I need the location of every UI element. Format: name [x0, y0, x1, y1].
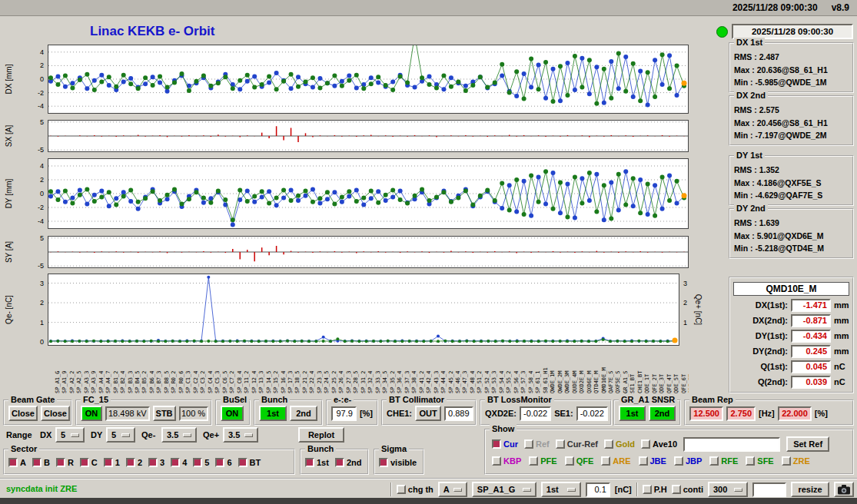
busel-on-button[interactable]: ON [221, 406, 244, 421]
beam-gate-close-1-button[interactable]: Close [8, 406, 38, 421]
sector-checkbox-bt[interactable] [238, 458, 247, 467]
sigma-label-visible: visible [390, 458, 417, 467]
range-qe-plus-select[interactable]: 3.5 [223, 427, 258, 443]
bpm-select-value: SP_A1_G [477, 485, 516, 494]
qmd-dx1-value: -1.471 [791, 299, 831, 312]
beam-rep-hz-unit: [Hz] [759, 409, 775, 418]
x-axis-label: SP_28_5 [353, 370, 359, 393]
bpm-select[interactable]: SP_A1_G [472, 482, 536, 497]
qmd-row: Q(2nd): 0.039 nC [733, 374, 849, 390]
show-checkbox-jbe[interactable] [639, 456, 648, 466]
show-item-jbe: JBE [639, 456, 666, 466]
conti-checkbox[interactable] [672, 485, 681, 494]
show-item-cur: Cur [492, 439, 518, 449]
range-qe-minus-select[interactable]: 3.5 [161, 427, 197, 443]
bunch-select[interactable]: 1st [541, 482, 581, 497]
bunch-1st-button[interactable]: 1st [259, 406, 287, 421]
sector-item-6: 6 [215, 458, 231, 467]
bunch-filter-checkbox-2nd[interactable] [335, 458, 344, 467]
x-axis-label: SP_41_2 [419, 370, 425, 393]
show-checkbox-qfe[interactable] [565, 456, 574, 466]
dy-1st-stats-title: DY 1st [734, 151, 765, 161]
x-axis-label: QMD10E_M [601, 367, 607, 393]
sector-checkbox-5[interactable] [193, 458, 202, 467]
resize-button[interactable]: resize [791, 482, 829, 497]
fc15-on-button[interactable]: ON [81, 406, 102, 421]
threshold-input[interactable]: 0.1 [586, 482, 610, 497]
x-axis-label: CHE1_BT [637, 370, 643, 393]
menu-glyph [523, 488, 531, 492]
stat-rms: RMS : 1.639 [734, 217, 849, 229]
show-item-qfe: QFE [565, 456, 594, 466]
x-axis-label: QWDE_2M [557, 370, 563, 393]
ref-name-input[interactable] [683, 437, 780, 452]
show-checkbox-zre[interactable] [782, 456, 791, 466]
show-label-are: ARE [613, 456, 630, 466]
conti-item: conti [672, 485, 703, 494]
bunch-filter-items: 1st2nd [305, 458, 361, 467]
sector-checkbox-a[interactable] [8, 458, 18, 467]
sector-checkbox-b[interactable] [32, 458, 42, 467]
beam-gate-close-2-button[interactable]: Close [41, 406, 70, 421]
chg-th-checkbox[interactable] [397, 485, 406, 494]
sector-checkbox-c[interactable] [80, 458, 89, 467]
show-checkbox-ref[interactable] [524, 439, 533, 449]
sector-group: Sector ABRC123456BT [3, 449, 295, 475]
show-item-kbp: KBP [492, 456, 521, 466]
count-select[interactable]: 300 [708, 482, 748, 497]
sector-checkbox-3[interactable] [148, 458, 158, 467]
snapshot-button[interactable] [834, 482, 854, 497]
qmd-row: Q(1st): 0.045 nC [733, 359, 849, 374]
tick-label: 1 [683, 318, 687, 326]
x-axis-label: SP_38_4 [411, 370, 417, 393]
sector-item-3: 3 [148, 458, 164, 467]
range-dy-select[interactable]: 5 [106, 427, 135, 443]
tick-label: -4 [38, 102, 44, 110]
menu-glyph [183, 433, 191, 437]
stat-min: Min : -4.629@QAF7E_S [734, 190, 849, 201]
show-item-jbp: JBP [674, 456, 702, 466]
range-dx-select[interactable]: 5 [55, 427, 85, 443]
gr-a1-2nd-button[interactable]: 2nd [649, 406, 676, 421]
sector-checkbox-r[interactable] [56, 458, 65, 467]
tick-label: 3 [683, 279, 687, 287]
bunch-select-label: Bunch [259, 395, 290, 405]
sector-checkbox-4[interactable] [171, 458, 180, 467]
beam-rep-group: Beam Rep 12.500 2.750 [Hz] 22.000 [%] [684, 400, 854, 426]
show-label-ref: Ref [536, 439, 550, 449]
set-ref-button[interactable]: Set Ref [786, 436, 829, 452]
ph-checkbox[interactable] [643, 485, 652, 494]
bunch-2nd-button[interactable]: 2nd [290, 406, 317, 421]
che1-out-button[interactable]: OUT [415, 406, 441, 421]
sy-plot-area [48, 236, 689, 268]
replot-button[interactable]: Replot [298, 427, 344, 443]
sector-label-5: 5 [204, 458, 209, 467]
show-checkbox-ave10[interactable] [641, 439, 650, 449]
show-checkbox-pfe[interactable] [529, 456, 538, 466]
sector-checkbox-2[interactable] [126, 458, 135, 467]
stat-rms: RMS : 2.575 [734, 104, 849, 116]
gr-a1-1st-button[interactable]: 1st [619, 406, 646, 421]
x-axis-label: SP_C6_5 [222, 370, 228, 393]
show-checkbox-jbp[interactable] [674, 456, 683, 466]
show-checkbox-sfe[interactable] [746, 456, 755, 466]
show-row-2: KBPPFEQFEAREJBEJBPRFESFEZRE [492, 456, 810, 466]
mode-select[interactable]: A [438, 482, 467, 497]
sector-checkbox-1[interactable] [104, 458, 113, 467]
show-checkbox-cur-ref[interactable] [556, 439, 565, 449]
sigma-checkbox-visible[interactable] [379, 458, 388, 467]
qe-plot-area [48, 274, 679, 346]
bunch-filter-checkbox-1st[interactable] [305, 458, 314, 467]
show-checkbox-rfe[interactable] [709, 456, 719, 466]
fc15-stb-button[interactable]: STB [153, 406, 176, 421]
sector-checkbox-6[interactable] [215, 458, 224, 467]
dy-2nd-stats: DY 2nd RMS : 1.639 Max : 5.901@QXD6E_M M… [729, 208, 854, 259]
show-checkbox-cur[interactable] [492, 439, 501, 449]
show-checkbox-gold[interactable] [604, 439, 613, 449]
sector-item-2: 2 [126, 458, 142, 467]
menu-glyph [121, 433, 130, 437]
show-checkbox-kbp[interactable] [492, 456, 501, 466]
aux-input[interactable] [752, 482, 786, 497]
show-checkbox-are[interactable] [601, 456, 610, 466]
dy-chart: DY [mm]420-2-4 [0, 158, 727, 229]
